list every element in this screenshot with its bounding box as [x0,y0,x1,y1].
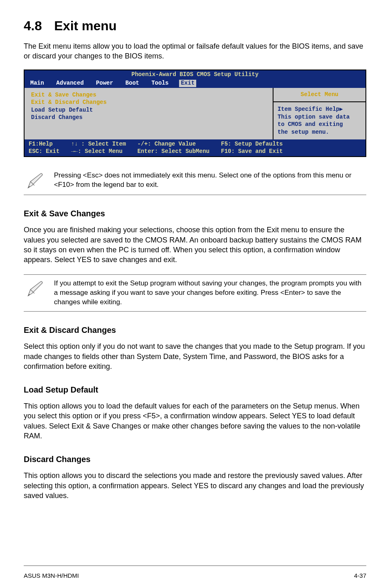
heading-discard: Discard Changes [24,454,366,465]
bios-screenshot: Phoenix-Award BIOS CMOS Setup Utility Ma… [24,70,366,157]
bios-item-exit-discard[interactable]: Exit & Discard Changes [31,99,266,106]
bios-footer-col4: F5: Setup Defaults F10: Save and Exit [221,141,282,155]
bios-body: Exit & Save Changes Exit & Discard Chang… [25,88,365,140]
para-load-default: This option allows you to load the defau… [24,401,366,441]
bios-help-line: the setup menu. [278,129,361,136]
bios-footer-col1: F1:Help ESC: Exit [29,141,60,155]
pencil-icon [25,171,45,191]
bios-help-title: Select Menu [273,88,365,103]
page-title: 4.8Exit menu [24,17,366,35]
heading-exit-save: Exit & Save Changes [24,208,366,219]
bios-menu-bar: Main Advanced Power Boot Tools Exit [25,79,365,88]
bios-help-line: Item Specific Help▶ [278,106,361,113]
section-number: 4.8 [24,17,42,35]
page-footer: ASUS M3N-H/HDMI 4-37 [24,566,366,588]
bios-footer-bar: F1:Help ESC: Exit ↑↓ : Select Item →←: S… [25,139,365,156]
bios-footer-col2: ↑↓ : Select Item →←: Select Menu [71,141,126,155]
intro-paragraph: The Exit menu items allow you to load th… [24,41,366,61]
bios-tab-tools[interactable]: Tools [150,80,170,87]
note-esc: Pressing <Esc> does not immediately exit… [24,167,366,195]
pencil-icon [25,279,45,298]
footer-right: 4-37 [354,572,366,580]
footer-left: ASUS M3N-H/HDMI [24,572,79,580]
bios-help-line: to CMOS and exiting [278,121,361,128]
heading-exit-discard: Exit & Discard Changes [24,325,366,336]
bios-help-line: This option save data [278,114,361,121]
heading-load-default: Load Setup Default [24,384,366,395]
bios-tab-boot[interactable]: Boot [124,80,141,87]
note-text: Pressing <Esc> does not immediately exit… [54,171,365,190]
bios-title-bar: Phoenix-Award BIOS CMOS Setup Utility [25,70,365,79]
bios-item-exit-save[interactable]: Exit & Save Changes [31,92,266,99]
bios-help-body: Item Specific Help▶ This option save dat… [273,102,365,139]
bios-item-discard[interactable]: Discard Changes [31,114,266,121]
bios-right-pane: Select Menu Item Specific Help▶ This opt… [273,88,365,140]
bios-tab-advanced[interactable]: Advanced [55,80,85,87]
bios-tab-main[interactable]: Main [29,80,46,87]
bios-left-pane: Exit & Save Changes Exit & Discard Chang… [25,88,273,140]
bios-footer-col3: -/+: Change Value Enter: Select SubMenu [137,141,209,155]
bios-item-load-default[interactable]: Load Setup Default [31,107,266,114]
bios-tab-power[interactable]: Power [94,80,115,87]
note-save-prompt: If you attempt to exit the Setup program… [24,274,366,312]
para-exit-discard: Select this option only if you do not wa… [24,341,366,371]
section-name: Exit menu [54,18,117,33]
para-discard: This option allows you to discard the se… [24,471,366,500]
bios-tab-exit[interactable]: Exit [179,80,196,87]
note-text: If you attempt to exit the Setup program… [54,279,365,307]
para-exit-save: Once you are finished making your select… [24,225,366,265]
